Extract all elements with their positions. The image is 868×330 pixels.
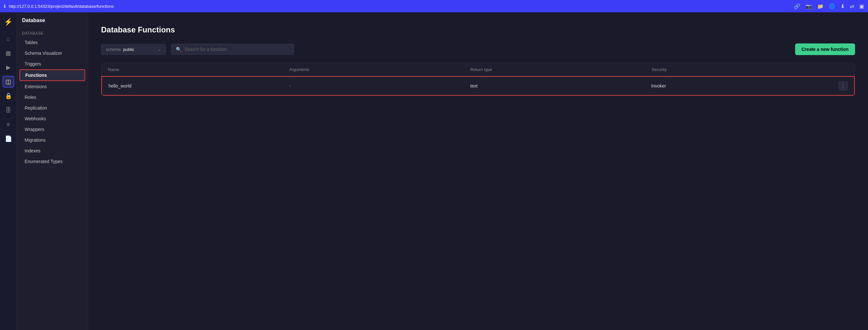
search-box[interactable]: 🔍 <box>171 44 294 55</box>
header-arguments: Arguments <box>289 67 471 72</box>
cell-name: hello_world <box>108 83 289 88</box>
sidebar-item-migrations[interactable]: Migrations <box>20 135 85 145</box>
toolbar-row: schema public ⌄ 🔍 Create a new function <box>101 44 855 55</box>
table-header: Name Arguments Return type Security <box>101 63 855 76</box>
sidebar-section-label: Database <box>17 29 88 37</box>
sidebar-item-roles[interactable]: Roles <box>20 92 85 103</box>
topbar: ℹ http://127.0.0.1:54323/project/default… <box>0 0 868 12</box>
info-icon: ℹ <box>4 4 5 9</box>
table-row[interactable]: hello_world - text Invoker ⋮ <box>101 76 855 95</box>
header-actions <box>833 67 848 72</box>
schema-label: schema <box>106 47 121 52</box>
page-title: Database Functions <box>101 25 855 34</box>
sidebar-item-functions[interactable]: Functions <box>20 70 85 81</box>
app-logo[interactable]: ⚡ <box>3 16 14 28</box>
sidebar-item-triggers[interactable]: Triggers <box>20 59 85 69</box>
icon-rail: ⚡ ⌂ ▦ ▶ ◫ 🔒 🗄 ≡ 📄 <box>0 12 17 330</box>
main-content: Database Functions schema public ⌄ 🔍 Cre… <box>88 12 868 330</box>
rail-storage[interactable]: 🗄 <box>3 104 14 116</box>
sidebar-item-tables[interactable]: Tables <box>20 37 85 48</box>
sidebar-title: Database <box>17 18 88 29</box>
browser-url: http://127.0.0.1:54323/project/default/d… <box>9 4 114 9</box>
download-icon[interactable]: ⬇ <box>840 3 845 9</box>
sidebar-item-webhooks[interactable]: Webhooks <box>20 113 85 124</box>
search-input[interactable] <box>185 47 289 52</box>
sidebar-item-wrappers[interactable]: Wrappers <box>20 124 85 135</box>
camera-icon[interactable]: 📷 <box>805 3 812 9</box>
rail-table[interactable]: ▦ <box>3 47 14 59</box>
sidebar-item-enumerated-types[interactable]: Enumerated Types <box>20 156 85 167</box>
search-icon: 🔍 <box>176 47 181 52</box>
folder-icon[interactable]: 📁 <box>817 3 824 9</box>
sidebar-item-indexes[interactable]: Indexes <box>20 145 85 156</box>
rail-reports[interactable]: 📄 <box>3 133 14 144</box>
cell-actions: ⋮ <box>832 81 847 90</box>
cell-arguments: - <box>289 83 471 88</box>
link-icon[interactable]: 🔗 <box>794 3 800 9</box>
rail-home[interactable]: ⌂ <box>3 33 14 45</box>
header-security: Security <box>652 67 833 72</box>
more-actions-button[interactable]: ⋮ <box>839 81 847 90</box>
main-layout: ⚡ ⌂ ▦ ▶ ◫ 🔒 🗄 ≡ 📄 Database Database Tabl… <box>0 12 868 330</box>
rail-database[interactable]: ◫ <box>3 76 14 87</box>
functions-table: Name Arguments Return type Security hell… <box>101 63 855 96</box>
globe-icon[interactable]: 🌐 <box>829 3 835 9</box>
schema-selector[interactable]: schema public ⌄ <box>101 44 166 55</box>
header-return-type: Return type <box>470 67 652 72</box>
topbar-left: ℹ http://127.0.0.1:54323/project/default… <box>4 4 114 9</box>
sidebar-item-replication[interactable]: Replication <box>20 103 85 113</box>
header-name: Name <box>108 67 289 72</box>
chevron-down-icon: ⌄ <box>158 47 161 52</box>
cell-security: Invoker <box>651 83 832 88</box>
sync-icon[interactable]: ⇄ <box>850 3 854 9</box>
sidebar-item-schema-visualizer[interactable]: Schema Visualizer <box>20 48 85 58</box>
layout-icon[interactable]: ▣ <box>859 3 864 9</box>
sidebar-item-extensions[interactable]: Extensions <box>20 81 85 92</box>
sidebar: Database Database Tables Schema Visualiz… <box>17 12 88 330</box>
rail-logs[interactable]: ≡ <box>3 119 14 130</box>
topbar-right: 🔗 📷 📁 🌐 ⬇ ⇄ ▣ <box>794 3 864 9</box>
rail-lock[interactable]: 🔒 <box>3 90 14 102</box>
schema-value: public <box>123 47 155 52</box>
create-function-button[interactable]: Create a new function <box>795 44 855 55</box>
cell-return-type: text <box>470 83 651 88</box>
rail-terminal[interactable]: ▶ <box>3 62 14 73</box>
